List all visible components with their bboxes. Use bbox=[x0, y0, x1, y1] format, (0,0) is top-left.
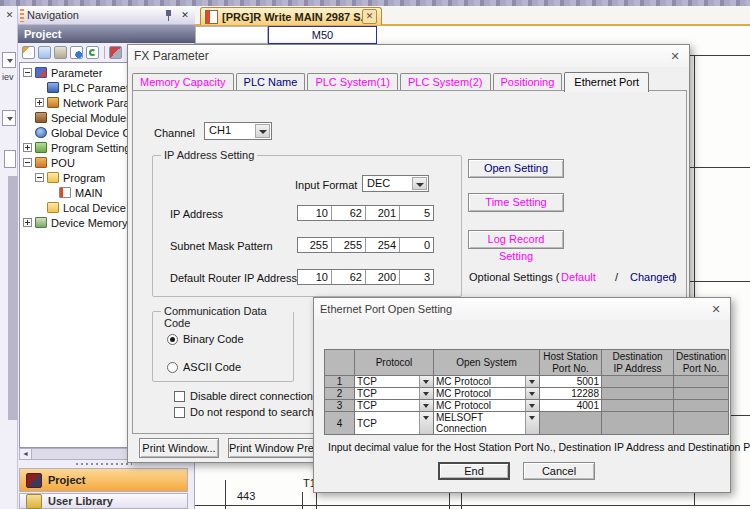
do-not-respond-checkbox[interactable] bbox=[174, 407, 185, 418]
host-station-port-cell[interactable]: 5001 bbox=[540, 376, 602, 388]
filter-icon[interactable] bbox=[109, 46, 122, 59]
paste-icon[interactable] bbox=[54, 46, 67, 59]
dropdown-fragment[interactable] bbox=[2, 110, 16, 126]
contact-symbol bbox=[461, 492, 462, 509]
expand-icon[interactable] bbox=[23, 143, 32, 152]
octet-value[interactable]: 200 bbox=[365, 270, 399, 284]
chevron-down-icon[interactable] bbox=[419, 412, 433, 434]
input-format-combobox[interactable]: DEC bbox=[362, 175, 429, 192]
global-device-comment-icon bbox=[35, 127, 47, 138]
open-dialog-titlebar[interactable]: Ethernet Port Open Setting ✕ bbox=[314, 298, 730, 320]
octet-value[interactable]: 0 bbox=[399, 238, 433, 252]
default-router-field[interactable]: 10 62 200 3 bbox=[297, 269, 434, 285]
octet-value[interactable]: 255 bbox=[331, 238, 365, 252]
ladder-device-cell[interactable]: M50 bbox=[268, 26, 377, 44]
open-system-header: Open System bbox=[434, 350, 540, 376]
chevron-down-icon[interactable] bbox=[525, 376, 539, 387]
fx-dialog-close-icon[interactable]: ✕ bbox=[667, 48, 683, 64]
chevron-down-icon[interactable] bbox=[525, 412, 539, 434]
chevron-down-icon[interactable] bbox=[419, 400, 433, 411]
print-window-button[interactable]: Print Window... bbox=[139, 438, 219, 458]
chevron-down-icon[interactable] bbox=[255, 124, 270, 138]
panel-close-icon[interactable]: ✕ bbox=[3, 9, 16, 22]
open-system-select[interactable]: MC Protocol bbox=[434, 376, 540, 388]
destination-port-cell bbox=[674, 388, 729, 400]
destination-port-cell bbox=[674, 412, 729, 435]
copy-icon[interactable] bbox=[38, 46, 51, 59]
input-format-label: Input Format bbox=[295, 179, 357, 191]
footer-user-library-button[interactable]: User Library bbox=[19, 493, 188, 509]
drag-grip-icon[interactable] bbox=[20, 9, 24, 22]
subnet-mask-field[interactable]: 255 255 254 0 bbox=[297, 237, 434, 253]
tab-ethernet-port[interactable]: Ethernet Port bbox=[564, 72, 649, 92]
octet-value[interactable]: 62 bbox=[331, 270, 365, 284]
time-setting-button[interactable]: Time Setting bbox=[468, 193, 564, 212]
octet-value[interactable]: 5 bbox=[399, 206, 433, 220]
ip-group-title: IP Address Setting bbox=[161, 149, 257, 161]
ladder-cell[interactable] bbox=[195, 26, 268, 44]
expand-icon[interactable] bbox=[35, 98, 44, 107]
optional-changed-link[interactable]: Changed bbox=[630, 271, 675, 283]
new-icon[interactable] bbox=[22, 46, 35, 59]
protocol-select[interactable]: TCP bbox=[355, 412, 434, 435]
collapse-icon[interactable] bbox=[23, 158, 32, 167]
open-setting-table: Protocol Open System Host Station Port N… bbox=[324, 349, 729, 435]
editor-tab-main[interactable]: [PRG]R Write MAIN 2987 S... ✕ bbox=[200, 7, 382, 25]
octet-value[interactable]: 62 bbox=[331, 206, 365, 220]
octet-value[interactable]: 10 bbox=[298, 206, 331, 220]
chevron-down-icon[interactable] bbox=[419, 388, 433, 399]
tab-memory-capacity[interactable]: Memory Capacity bbox=[132, 73, 234, 91]
open-system-select[interactable]: MC Protocol bbox=[434, 388, 540, 400]
disable-direct-connection-checkbox[interactable] bbox=[174, 391, 185, 402]
open-system-select[interactable]: MC Protocol bbox=[434, 400, 540, 412]
toolbar-separator bbox=[104, 46, 105, 59]
footer-project-button[interactable]: Project bbox=[19, 468, 188, 492]
panel-divider-bar bbox=[8, 176, 18, 420]
collapse-icon[interactable] bbox=[23, 68, 32, 77]
octet-value[interactable]: 255 bbox=[298, 238, 331, 252]
channel-label: Channel bbox=[154, 127, 195, 139]
channel-combobox[interactable]: CH1 bbox=[204, 122, 272, 140]
protocol-select[interactable]: TCP bbox=[355, 376, 434, 388]
open-setting-button[interactable]: Open Setting bbox=[468, 159, 564, 178]
collapse-icon[interactable] bbox=[35, 173, 44, 182]
table-row: 1 TCP MC Protocol 5001 bbox=[325, 376, 729, 388]
tab-close-icon[interactable]: ✕ bbox=[362, 9, 377, 24]
refresh-icon[interactable] bbox=[86, 46, 99, 59]
expand-icon[interactable] bbox=[23, 218, 32, 227]
end-button[interactable]: End bbox=[438, 462, 510, 480]
tab-positioning[interactable]: Positioning bbox=[493, 73, 563, 91]
input-fragment[interactable] bbox=[4, 150, 16, 168]
property-icon[interactable] bbox=[70, 46, 83, 59]
dropdown-fragment[interactable] bbox=[2, 52, 16, 68]
chevron-down-icon[interactable] bbox=[419, 376, 433, 387]
octet-value[interactable]: 254 bbox=[365, 238, 399, 252]
binary-code-radio[interactable] bbox=[167, 334, 178, 345]
chevron-down-icon[interactable] bbox=[412, 177, 427, 190]
ascii-code-radio[interactable] bbox=[167, 362, 178, 373]
pin-icon[interactable] bbox=[164, 10, 173, 21]
ip-address-field[interactable]: 10 62 201 5 bbox=[297, 205, 434, 221]
cancel-button[interactable]: Cancel bbox=[523, 462, 595, 480]
navigation-title: Navigation bbox=[27, 9, 164, 21]
fx-dialog-titlebar[interactable]: FX Parameter ✕ bbox=[128, 45, 689, 67]
tab-plc-system-1[interactable]: PLC System(1) bbox=[307, 73, 398, 91]
octet-value[interactable]: 201 bbox=[365, 206, 399, 220]
log-record-setting-button[interactable]: Log Record Setting bbox=[468, 230, 564, 249]
octet-value[interactable]: 10 bbox=[298, 270, 331, 284]
navigation-close-icon[interactable]: ✕ bbox=[178, 9, 192, 22]
table-row: 3 TCP MC Protocol 4001 bbox=[325, 400, 729, 412]
open-dialog-close-icon[interactable]: ✕ bbox=[708, 301, 724, 317]
chevron-down-icon[interactable] bbox=[525, 400, 539, 411]
host-station-port-cell[interactable]: 12288 bbox=[540, 388, 602, 400]
octet-value[interactable]: 3 bbox=[399, 270, 433, 284]
protocol-select[interactable]: TCP bbox=[355, 400, 434, 412]
tab-plc-name[interactable]: PLC Name bbox=[236, 73, 306, 91]
host-station-port-cell[interactable]: 4001 bbox=[540, 400, 602, 412]
protocol-select[interactable]: TCP bbox=[355, 388, 434, 400]
open-system-select[interactable]: MELSOFT Connection bbox=[434, 412, 540, 435]
tab-plc-system-2[interactable]: PLC System(2) bbox=[400, 73, 491, 91]
scroll-left-icon[interactable]: ◄ bbox=[20, 449, 32, 459]
chevron-down-icon[interactable] bbox=[525, 388, 539, 399]
optional-default-link[interactable]: Default bbox=[561, 271, 596, 283]
